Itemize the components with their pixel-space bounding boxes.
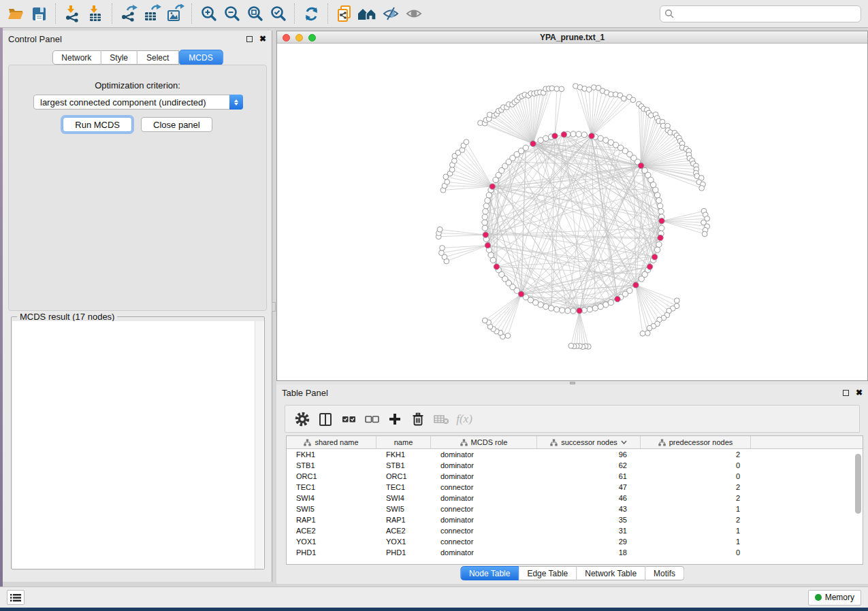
cell-shared-name[interactable]: SWI5 <box>287 505 376 513</box>
table-tab[interactable]: Network Table <box>577 566 645 580</box>
new-network-from-selection-button[interactable] <box>333 3 356 24</box>
task-history-button[interactable] <box>7 590 25 605</box>
cell-successor-nodes[interactable]: 18 <box>537 548 641 557</box>
delete-columns-button[interactable] <box>408 409 428 429</box>
close-table-panel-icon[interactable]: ✖ <box>856 390 863 396</box>
zoom-out-button[interactable] <box>220 3 243 24</box>
table-row[interactable]: YOX1 YOX1 connector 29 1 <box>287 536 863 547</box>
cell-name[interactable]: YOX1 <box>376 538 431 546</box>
cell-shared-name[interactable]: SWI4 <box>287 494 376 502</box>
cell-name[interactable]: PHD1 <box>376 548 431 557</box>
zoom-in-button[interactable] <box>197 3 220 24</box>
split-panel-button[interactable] <box>315 409 336 429</box>
save-session-button[interactable] <box>27 3 50 24</box>
control-panel-tab[interactable]: Network <box>52 50 101 65</box>
close-window-icon[interactable] <box>283 34 290 42</box>
splitter-grip[interactable] <box>570 382 575 384</box>
cell-predecessor-nodes[interactable]: 2 <box>641 494 751 502</box>
export-network-button[interactable] <box>117 3 140 24</box>
network-window-titlebar[interactable]: YPA_prune.txt_1 <box>277 31 867 44</box>
maximize-window-icon[interactable] <box>308 34 316 42</box>
cell-successor-nodes[interactable]: 62 <box>537 461 641 469</box>
table-row[interactable]: ACE2 ACE2 connector 31 1 <box>287 525 863 536</box>
result-list-scrollbar[interactable] <box>255 321 263 569</box>
table-row[interactable]: FKH1 FKH1 dominator 96 2 <box>287 449 863 460</box>
cell-name[interactable]: ACE2 <box>376 527 431 535</box>
cell-name[interactable]: STB1 <box>376 461 431 469</box>
table-tab[interactable]: Motifs <box>645 566 684 580</box>
add-column-button[interactable] <box>385 409 405 429</box>
criterion-dropdown[interactable]: largest connected component (undirected) <box>33 95 243 110</box>
table-row[interactable]: TEC1 TEC1 connector 47 2 <box>287 482 863 493</box>
table-row[interactable]: SWI5 SWI5 connector 43 1 <box>287 503 863 514</box>
vertical-splitter-grip[interactable] <box>272 302 276 312</box>
cell-shared-name[interactable]: YOX1 <box>287 538 376 546</box>
cell-mcds-role[interactable]: dominator <box>431 472 537 480</box>
table-scrollbar-thumb[interactable] <box>855 454 861 514</box>
open-file-button[interactable] <box>4 3 27 24</box>
export-image-button[interactable] <box>163 3 187 24</box>
cell-mcds-role[interactable]: dominator <box>431 516 537 524</box>
cell-shared-name[interactable]: ACE2 <box>287 527 376 535</box>
table-column-header[interactable]: name <box>376 436 431 448</box>
cell-shared-name[interactable]: STB1 <box>287 461 376 469</box>
float-table-panel-icon[interactable] <box>843 390 849 396</box>
cell-mcds-role[interactable]: connector <box>431 538 537 546</box>
cell-successor-nodes[interactable]: 43 <box>537 505 641 513</box>
cell-name[interactable]: SWI4 <box>376 494 431 502</box>
cell-mcds-role[interactable]: dominator <box>431 450 537 459</box>
import-network-button[interactable] <box>61 3 84 24</box>
cell-successor-nodes[interactable]: 46 <box>537 494 641 502</box>
float-panel-icon[interactable] <box>246 36 253 42</box>
memory-button[interactable]: Memory <box>808 590 861 606</box>
cell-shared-name[interactable]: TEC1 <box>287 483 376 491</box>
cell-mcds-role[interactable]: connector <box>431 505 537 513</box>
table-column-header[interactable]: MCDS role <box>431 436 537 448</box>
export-table-button[interactable] <box>140 3 163 24</box>
table-row[interactable]: ORC1 ORC1 dominator 61 0 <box>287 471 863 482</box>
cell-predecessor-nodes[interactable]: 2 <box>641 483 751 491</box>
cell-mcds-role[interactable]: connector <box>431 483 537 491</box>
table-column-header[interactable]: predecessor nodes <box>641 436 751 448</box>
close-panel-button[interactable]: Close panel <box>141 117 212 132</box>
cell-predecessor-nodes[interactable]: 0 <box>641 461 751 469</box>
cell-shared-name[interactable]: PHD1 <box>287 548 376 557</box>
select-all-rows-button[interactable] <box>338 409 359 429</box>
cell-name[interactable]: ORC1 <box>376 472 431 480</box>
hide-selected-button[interactable] <box>379 3 402 24</box>
cell-shared-name[interactable]: ORC1 <box>287 472 376 480</box>
cell-successor-nodes[interactable]: 96 <box>537 450 641 459</box>
cell-name[interactable]: SWI5 <box>376 505 431 513</box>
first-neighbors-button[interactable] <box>356 3 379 24</box>
table-row[interactable]: SWI4 SWI4 dominator 46 2 <box>287 493 863 503</box>
cell-mcds-role[interactable]: connector <box>431 527 537 535</box>
control-panel-tab[interactable]: MCDS <box>178 50 223 65</box>
cell-predecessor-nodes[interactable]: 2 <box>641 450 751 459</box>
zoom-fit-button[interactable] <box>243 3 266 24</box>
table-tab[interactable]: Node Table <box>460 566 519 580</box>
cell-predecessor-nodes[interactable]: 1 <box>641 505 751 513</box>
table-row[interactable]: RAP1 RAP1 dominator 35 2 <box>287 514 863 525</box>
search-input[interactable] <box>660 5 861 22</box>
table-column-header[interactable]: successor nodes <box>537 436 641 448</box>
cell-successor-nodes[interactable]: 61 <box>537 472 641 480</box>
cell-predecessor-nodes[interactable]: 1 <box>641 527 751 535</box>
deselect-all-rows-button[interactable] <box>361 409 382 429</box>
cell-successor-nodes[interactable]: 31 <box>537 527 641 535</box>
table-tab[interactable]: Edge Table <box>519 566 577 580</box>
minimize-window-icon[interactable] <box>295 34 303 42</box>
table-row[interactable]: STB1 STB1 dominator 62 0 <box>287 460 863 471</box>
cell-predecessor-nodes[interactable]: 1 <box>641 538 751 546</box>
import-table-button[interactable] <box>84 3 107 24</box>
cell-predecessor-nodes[interactable]: 0 <box>641 548 751 557</box>
table-row[interactable]: PHD1 PHD1 dominator 18 0 <box>287 547 863 558</box>
cell-name[interactable]: FKH1 <box>376 450 431 459</box>
cell-successor-nodes[interactable]: 35 <box>537 516 641 524</box>
control-panel-tab[interactable]: Select <box>138 50 178 65</box>
refresh-layout-button[interactable] <box>300 3 323 24</box>
close-panel-icon[interactable]: ✖ <box>259 36 266 42</box>
table-settings-button[interactable] <box>292 409 312 429</box>
control-panel-tab[interactable]: Style <box>101 50 138 65</box>
cell-name[interactable]: TEC1 <box>376 483 431 491</box>
cell-mcds-role[interactable]: dominator <box>431 548 537 557</box>
